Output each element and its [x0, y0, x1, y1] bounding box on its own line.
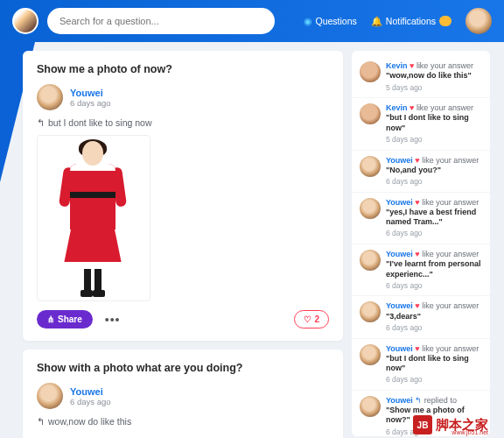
- notification-avatar: [360, 61, 381, 82]
- reply-text: ↰ wow,now do like this: [37, 416, 329, 427]
- reply-icon: ↰: [37, 117, 45, 128]
- notification-time: 5 days ago: [386, 83, 482, 93]
- nav-notifications[interactable]: 🔔 Notifications: [371, 16, 452, 27]
- nav-notifications-label: Notifications: [386, 16, 436, 26]
- notification-avatar: [360, 344, 381, 365]
- author-name[interactable]: Youwei: [70, 88, 110, 98]
- notification-text: Kevin ♥ like your answer "wow,now do lik…: [386, 61, 482, 92]
- heart-icon: ♥: [415, 344, 419, 353]
- notification-time: 6 days ago: [386, 375, 482, 385]
- heart-icon: ♥: [415, 156, 419, 165]
- author-avatar[interactable]: [37, 383, 63, 409]
- questions-icon: ◉: [304, 16, 312, 26]
- notification-avatar: [360, 396, 381, 417]
- reply-icon: ↰: [415, 396, 422, 405]
- bell-icon: 🔔: [371, 16, 382, 27]
- notification-item[interactable]: Youwei ♥ like your answer "No,and you?"6…: [352, 151, 490, 193]
- heart-icon: ♥: [415, 198, 419, 207]
- notification-time: 5 days ago: [386, 135, 482, 145]
- nav-questions-label: Questions: [316, 16, 357, 26]
- watermark-url: www.jb51.net: [452, 429, 488, 435]
- main-column: Show me a photo of now? Youwei 6 days ag…: [23, 51, 343, 438]
- search-input[interactable]: [47, 8, 275, 34]
- post-title: Show with a photo what are you doing?: [37, 362, 329, 374]
- nav-links: ◉ Questions 🔔 Notifications: [304, 8, 492, 34]
- heart-icon: ♡: [304, 314, 312, 324]
- notification-text: Youwei ♥ like your answer "No,and you?"6…: [386, 156, 482, 187]
- notification-item[interactable]: Youwei ♥ like your answer "yes,I have a …: [352, 193, 490, 244]
- post-footer: ⋔ Share ••• ♡ 2: [37, 310, 329, 328]
- post-title: Show me a photo of now?: [37, 63, 329, 75]
- notification-avatar: [360, 198, 381, 219]
- heart-icon: ♥: [410, 103, 414, 112]
- notification-time: 6 days ago: [386, 229, 482, 238]
- post-card: Show with a photo what are you doing? Yo…: [23, 350, 343, 438]
- notification-item[interactable]: Youwei ♥ like your answer "3,dears"6 day…: [352, 296, 490, 338]
- post-author-row: Youwei 6 days ago: [37, 383, 329, 409]
- share-icon: ⋔: [47, 314, 54, 324]
- nav-questions[interactable]: ◉ Questions: [304, 16, 357, 26]
- user-avatar[interactable]: [466, 8, 492, 34]
- reply-content: but I dont like to sing now: [48, 117, 152, 128]
- notification-item[interactable]: Youwei ♥ like your answer "I've learnt f…: [352, 244, 490, 296]
- notification-text: Youwei ♥ like your answer "yes,I have a …: [386, 198, 482, 238]
- notification-item[interactable]: Kevin ♥ like your answer "wow,now do lik…: [352, 56, 490, 98]
- reply-content: wow,now do like this: [48, 416, 131, 427]
- heart-icon: ♥: [415, 301, 419, 310]
- notifications-panel: Kevin ♥ like your answer "wow,now do lik…: [352, 51, 490, 436]
- notification-avatar: [360, 156, 381, 177]
- notification-item[interactable]: Youwei ♥ like your answer "but I dont li…: [352, 339, 490, 391]
- post-author-row: Youwei 6 days ago: [37, 84, 329, 110]
- post-card: Show me a photo of now? Youwei 6 days ag…: [23, 51, 343, 341]
- watermark: JB 脚本之家 www.jb51.net: [413, 415, 488, 434]
- post-photo[interactable]: [37, 135, 150, 301]
- like-button[interactable]: ♡ 2: [294, 310, 329, 328]
- logo-avatar[interactable]: [12, 8, 38, 34]
- notification-avatar: [360, 301, 381, 322]
- post-time: 6 days ago: [70, 98, 110, 108]
- notification-text: Youwei ♥ like your answer "3,dears"6 day…: [386, 301, 482, 332]
- share-button[interactable]: ⋔ Share: [37, 310, 93, 328]
- author-avatar[interactable]: [37, 84, 63, 110]
- search-wrap: [47, 8, 275, 34]
- header: ◉ Questions 🔔 Notifications: [0, 0, 504, 42]
- notification-text: Kevin ♥ like your answer "but I dont lik…: [386, 103, 482, 144]
- heart-icon: ♥: [415, 250, 419, 258]
- notification-time: 6 days ago: [386, 177, 482, 187]
- notification-text: Youwei ♥ like your answer "I've learnt f…: [386, 250, 482, 290]
- notification-item[interactable]: Kevin ♥ like your answer "but I dont lik…: [352, 98, 490, 150]
- notification-badge: [439, 16, 452, 26]
- author-name[interactable]: Youwei: [70, 386, 110, 397]
- notification-text: Youwei ♥ like your answer "but I dont li…: [386, 344, 482, 385]
- notification-time: 6 days ago: [386, 323, 482, 333]
- notification-avatar: [360, 103, 381, 124]
- watermark-logo: JB: [413, 415, 432, 434]
- reply-icon: ↰: [37, 416, 45, 427]
- reply-text: ↰ but I dont like to sing now: [37, 117, 329, 128]
- heart-icon: ♥: [410, 61, 414, 70]
- notification-avatar: [360, 250, 381, 271]
- notification-time: 6 days ago: [386, 281, 482, 291]
- post-time: 6 days ago: [70, 397, 110, 406]
- more-button[interactable]: •••: [98, 313, 128, 327]
- share-label: Share: [58, 314, 82, 324]
- like-count: 2: [314, 314, 319, 324]
